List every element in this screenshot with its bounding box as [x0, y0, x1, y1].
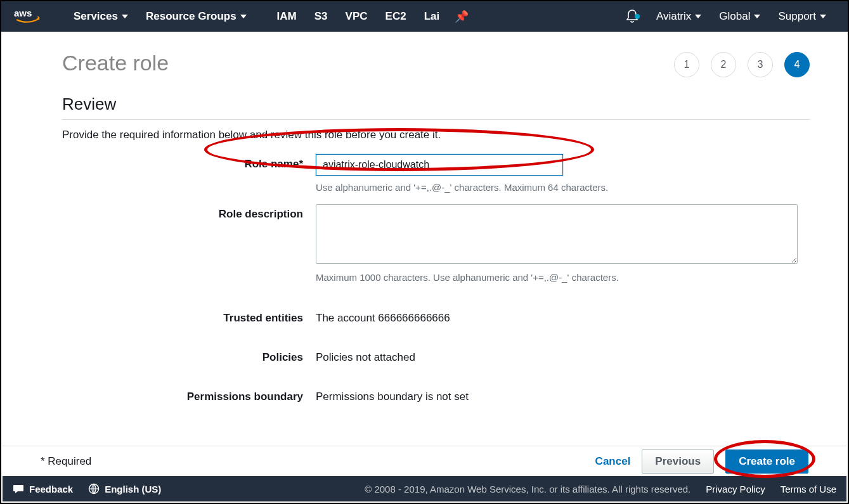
nav-services[interactable]: Services — [65, 10, 137, 23]
nav-support[interactable]: Support — [769, 10, 835, 23]
nav-shortcut-iam[interactable]: IAM — [268, 10, 306, 23]
notification-dot-icon — [635, 14, 640, 19]
trusted-entities-label: Trusted entities — [62, 308, 316, 325]
section-divider — [62, 119, 810, 120]
intro-text: Provide the required information below a… — [62, 129, 810, 141]
svg-text:aws: aws — [14, 8, 32, 18]
policies-label: Policies — [62, 347, 316, 364]
language-selector[interactable]: English (US) — [88, 483, 161, 494]
cancel-button[interactable]: Cancel — [595, 455, 631, 468]
nav-shortcut-s3[interactable]: S3 — [306, 10, 337, 23]
previous-button[interactable]: Previous — [642, 449, 714, 474]
role-description-label: Role description — [62, 204, 316, 283]
caret-down-icon — [240, 15, 247, 18]
nav-shortcut-ec2[interactable]: EC2 — [377, 10, 415, 23]
role-name-label: Role name* — [62, 154, 316, 193]
role-name-input[interactable] — [316, 154, 563, 176]
nav-region[interactable]: Global — [710, 10, 769, 23]
create-role-button[interactable]: Create role — [725, 449, 808, 474]
privacy-policy-link[interactable]: Privacy Policy — [706, 484, 765, 494]
step-1[interactable]: 1 — [674, 52, 699, 77]
notifications-bell[interactable] — [617, 9, 647, 25]
permissions-boundary-value: Permissions boundary is not set — [316, 387, 798, 403]
step-3[interactable]: 3 — [748, 52, 773, 77]
role-description-hint: Maximum 1000 characters. Use alphanumeri… — [316, 272, 798, 283]
caret-down-icon — [754, 15, 760, 18]
nav-shortcut-vpc[interactable]: VPC — [337, 10, 377, 23]
role-name-hint: Use alphanumeric and '+=,.@-_' character… — [316, 182, 798, 193]
copyright-text: © 2008 - 2019, Amazon Web Services, Inc.… — [365, 484, 690, 494]
caret-down-icon — [122, 15, 128, 18]
step-4[interactable]: 4 — [784, 52, 810, 77]
permissions-boundary-label: Permissions boundary — [62, 387, 316, 403]
main-content: Create role 1 2 3 4 Review Provide the r… — [1, 32, 848, 452]
globe-icon — [88, 483, 100, 494]
wizard-steps: 1 2 3 4 — [674, 52, 810, 77]
nav-account[interactable]: Aviatrix — [647, 10, 710, 23]
pin-icon[interactable]: 📌 — [448, 10, 475, 23]
feedback-link[interactable]: Feedback — [13, 483, 73, 494]
required-note: * Required — [41, 455, 91, 468]
action-bar: * Required Cancel Previous Create role — [3, 446, 846, 476]
step-2[interactable]: 2 — [711, 52, 736, 77]
role-description-input[interactable] — [316, 204, 798, 264]
caret-down-icon — [695, 15, 701, 18]
top-nav: aws Services Resource Groups IAM S3 VPC … — [1, 1, 848, 32]
aws-logo[interactable]: aws — [14, 7, 46, 26]
footer: Feedback English (US) © 2008 - 2019, Ama… — [3, 476, 846, 501]
caret-down-icon — [820, 15, 826, 18]
section-title: Review — [62, 94, 810, 114]
policies-value: Policies not attached — [316, 347, 798, 364]
nav-resource-groups[interactable]: Resource Groups — [137, 10, 256, 23]
terms-of-use-link[interactable]: Terms of Use — [781, 484, 836, 494]
trusted-entities-value: The account 666666666666 — [316, 308, 798, 325]
speech-bubble-icon — [13, 483, 24, 494]
nav-shortcut-more[interactable]: Lai — [415, 10, 449, 23]
